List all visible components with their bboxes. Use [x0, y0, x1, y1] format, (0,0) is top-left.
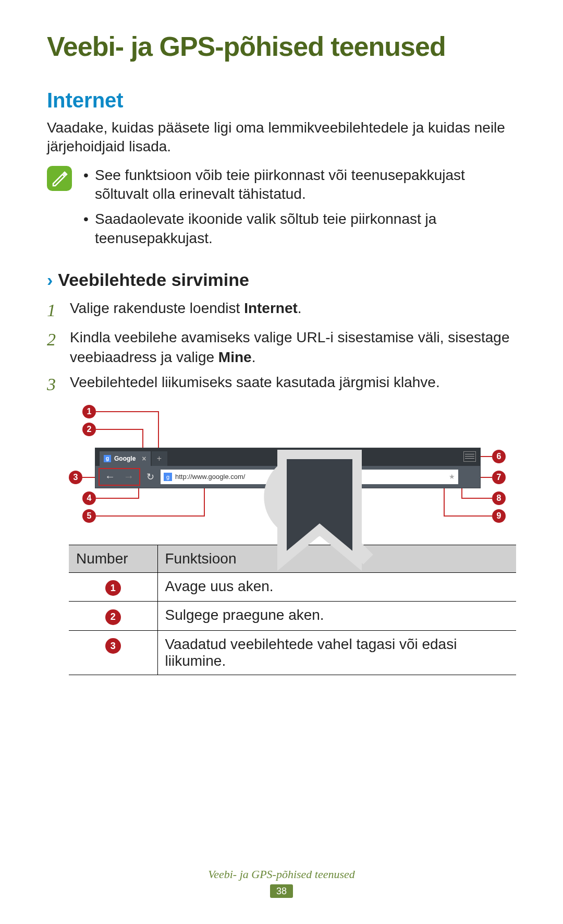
step-1: 1 Valige rakenduste loendist Internet.	[47, 298, 516, 322]
table-desc: Avage uus aken.	[157, 572, 516, 602]
sub-heading-text: Veebilehtede sirvimine	[58, 270, 249, 290]
windows-list-icon[interactable]	[463, 451, 476, 462]
table-desc: Vaadatud veebilehtede vahel tagasi või e…	[157, 630, 516, 675]
step-number: 1	[47, 298, 62, 322]
url-input[interactable]: g http://www.google.com/ ★	[161, 470, 458, 484]
table-badge: 1	[105, 580, 121, 596]
intro-paragraph: Vaadake, kuidas pääsete ligi oma lemmikv…	[47, 118, 516, 157]
callout-5: 5	[82, 509, 96, 523]
note-list: See funktsioon võib teie piirkonnast või…	[80, 166, 516, 255]
google-favicon-icon: g	[104, 455, 111, 462]
step-number: 2	[47, 328, 62, 352]
step-text: Valige rakenduste loendist Internet.	[70, 298, 302, 318]
table-row: 2 Sulgege praegune aken.	[69, 602, 516, 631]
step-text: Veebilehtedel liikumiseks saate kasutada…	[70, 373, 440, 392]
note-block: See funktsioon võib teie piirkonnast või…	[47, 166, 516, 255]
step-3: 3 Veebilehtedel liikumiseks saate kasuta…	[47, 373, 516, 397]
table-row: 1 Avage uus aken.	[69, 572, 516, 602]
callout-6: 6	[492, 450, 506, 463]
callout-4: 4	[82, 491, 96, 505]
table-badge: 3	[105, 638, 121, 654]
footer-section-name: Veebi- ja GPS-põhised teenused	[0, 868, 563, 881]
function-table: Number Funktsioon 1 Avage uus aken. 2 Su…	[69, 545, 516, 675]
step-text: Kindla veebilehe avamiseks valige URL-i …	[70, 328, 516, 367]
callout-2: 2	[82, 423, 96, 436]
callout-1: 1	[82, 405, 96, 418]
note-pencil-icon	[47, 166, 72, 191]
callout-8: 8	[492, 491, 506, 505]
page-number-badge: 38	[270, 884, 293, 898]
section-heading-internet: Internet	[47, 89, 516, 112]
browser-diagram: 1 2 3 4 5 6 7 8 9	[69, 405, 516, 530]
url-text: http://www.google.com/	[175, 473, 245, 481]
refresh-icon[interactable]: ↻	[143, 471, 157, 483]
sub-heading: › Veebilehtede sirvimine	[47, 270, 516, 290]
callout-7: 7	[492, 471, 506, 484]
active-tab[interactable]: g Google ×	[100, 451, 151, 466]
note-item: Saadaolevate ikoonide valik sõltub teie …	[80, 210, 516, 248]
note-item: See funktsioon võib teie piirkonnast või…	[80, 166, 516, 204]
table-desc: Sulgege praegune aken.	[157, 602, 516, 631]
callout-9: 9	[492, 509, 506, 523]
callout-3: 3	[69, 471, 82, 484]
tab-bar: g Google × +	[95, 448, 480, 466]
browser-toolbar: ← → ↻ g http://www.google.com/ ★	[95, 466, 480, 488]
site-favicon-icon: g	[164, 473, 172, 481]
table-row: 3 Vaadatud veebilehtede vahel tagasi või…	[69, 630, 516, 675]
close-tab-icon[interactable]: ×	[142, 454, 146, 463]
step-list: 1 Valige rakenduste loendist Internet. 2…	[47, 298, 516, 396]
table-header-number: Number	[69, 545, 157, 572]
new-tab-button[interactable]: +	[152, 451, 167, 466]
page-title: Veebi- ja GPS-põhised teenused	[47, 31, 516, 63]
tab-label: Google	[114, 455, 136, 462]
table-header-function: Funktsioon	[157, 545, 516, 572]
browser-mock: g Google × + ← → ↻ g http://www.google.c…	[95, 448, 481, 488]
table-badge: 2	[105, 609, 121, 625]
chevron-right-icon: ›	[47, 270, 53, 290]
nav-buttons: ← →	[99, 468, 140, 486]
step-number: 3	[47, 373, 62, 397]
star-icon[interactable]: ★	[449, 473, 455, 481]
step-2: 2 Kindla veebilehe avamiseks valige URL-…	[47, 328, 516, 367]
back-button-icon[interactable]: ←	[101, 471, 119, 483]
page-footer: Veebi- ja GPS-põhised teenused 38	[0, 868, 563, 898]
forward-button-icon[interactable]: →	[119, 471, 138, 483]
